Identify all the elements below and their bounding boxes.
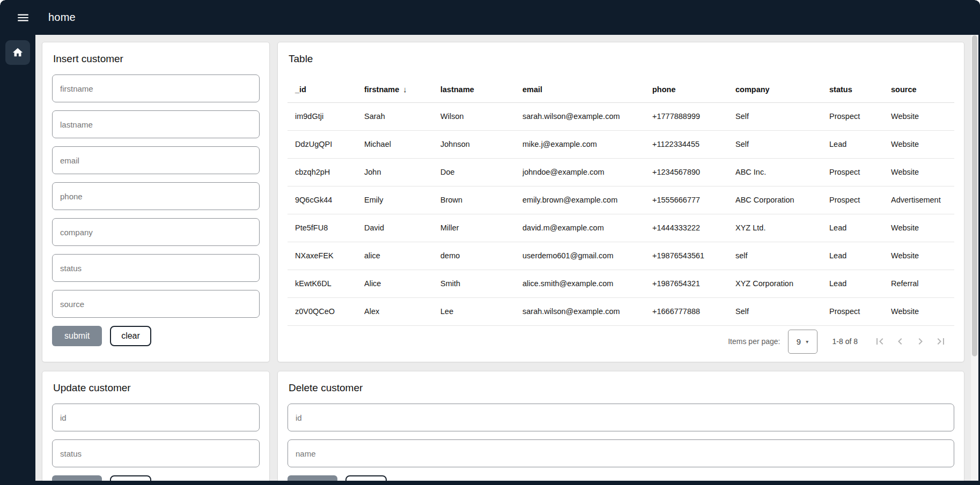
sidebar — [0, 35, 35, 481]
column-header-label: lastname — [440, 85, 474, 94]
first-page-button[interactable] — [870, 331, 890, 352]
table-cell: userdemo601@gmail.com — [522, 251, 652, 260]
insert-status-input[interactable] — [52, 254, 260, 282]
page-title: home — [48, 11, 76, 24]
table-cell: Prospect — [829, 307, 891, 316]
table-cell: alice.smith@example.com — [522, 279, 652, 288]
update-status-input[interactable] — [52, 439, 260, 467]
delete-fields — [288, 404, 954, 467]
table-cell: Smith — [440, 279, 522, 288]
table-cell: Wilson — [440, 112, 522, 121]
insert-card-title: Insert customer — [53, 53, 260, 65]
previous-page-button[interactable] — [890, 331, 910, 352]
column-header-phone[interactable]: phone — [652, 85, 735, 94]
table-cell: Self — [735, 307, 829, 316]
table-cell: Sarah — [364, 112, 440, 121]
table-cell: XYZ Ltd. — [735, 223, 829, 232]
table-header-row: _idfirstname↓lastnameemailphonecompanyst… — [288, 77, 954, 103]
table-cell: Prospect — [829, 196, 891, 204]
top-app-bar: home — [0, 0, 980, 35]
column-header-source[interactable]: source — [891, 85, 947, 94]
table-cell: Lead — [829, 140, 891, 148]
table-card-title: Table — [289, 53, 954, 65]
items-per-page-label: Items per page: — [728, 337, 780, 346]
table-cell: DdzUgQPI — [295, 140, 364, 148]
insert-lastname-input[interactable] — [52, 110, 260, 138]
column-header-lastname[interactable]: lastname — [440, 85, 522, 94]
column-header-label: firstname — [364, 85, 399, 94]
insert-customer-card: Insert customer submit clear — [42, 42, 270, 362]
update-id-input[interactable] — [52, 404, 260, 431]
paginator-range-label: 1-8 of 8 — [832, 337, 858, 346]
sort-descending-arrow-icon: ↓ — [403, 85, 407, 94]
table-cell: im9dGtji — [295, 112, 364, 121]
table-cell: Brown — [440, 196, 522, 204]
table-cell: Website — [891, 140, 947, 148]
table-cell: sarah.wilson@example.com — [522, 112, 652, 121]
menu-button[interactable] — [11, 5, 35, 30]
column-header-email[interactable]: email — [522, 85, 652, 94]
table-row: cbzqh2pHJohnDoejohndoe@example.com+12345… — [288, 159, 954, 186]
table-cell: Website — [891, 251, 947, 260]
insert-source-input[interactable] — [52, 290, 260, 318]
table-row: NXaxeFEKalicedemouserdemo601@gmail.com+1… — [288, 242, 954, 270]
column-header-firstname[interactable]: firstname↓ — [364, 85, 440, 94]
table-cell: +1777888999 — [652, 112, 735, 121]
column-header-id[interactable]: _id — [295, 85, 364, 94]
table-row: Pte5fFU8DavidMillerdavid.m@example.com+1… — [288, 214, 954, 242]
column-header-label: _id — [295, 85, 306, 94]
main-content: Insert customer submit clear Table _idfi… — [35, 35, 971, 485]
column-header-status[interactable]: status — [829, 85, 891, 94]
delete-id-input[interactable] — [288, 404, 954, 431]
app-window: home Insert customer submit clear Table … — [0, 0, 980, 485]
table-cell: Lead — [829, 251, 891, 260]
chevron-right-icon — [914, 335, 927, 348]
table-cell: +1666777888 — [652, 307, 735, 316]
table-cell: +1555666777 — [652, 196, 735, 204]
delete-card-title: Delete customer — [289, 382, 954, 394]
column-header-label: phone — [652, 85, 676, 94]
home-icon — [12, 47, 24, 58]
page-size-select[interactable]: 9 ▾ — [788, 330, 817, 354]
table-cell: 9Q6cGk44 — [295, 196, 364, 204]
table-row: DdzUgQPIMichaelJohnsonmike.j@example.com… — [288, 131, 954, 159]
table-cell: Website — [891, 223, 947, 232]
next-page-button[interactable] — [910, 331, 931, 352]
table-cell: david.m@example.com — [522, 223, 652, 232]
table-cell: alice — [364, 251, 440, 260]
insert-clear-button[interactable]: clear — [110, 326, 151, 346]
page-size-value: 9 — [797, 337, 801, 346]
table-cell: NXaxeFEK — [295, 251, 364, 260]
table-cell: +1122334455 — [652, 140, 735, 148]
table-cell: +1444333222 — [652, 223, 735, 232]
column-header-company[interactable]: company — [735, 85, 829, 94]
column-header-label: source — [891, 85, 917, 94]
insert-firstname-input[interactable] — [52, 74, 260, 102]
insert-email-input[interactable] — [52, 146, 260, 174]
sidebar-item-home[interactable] — [5, 40, 30, 65]
column-header-label: email — [522, 85, 542, 94]
insert-phone-input[interactable] — [52, 182, 260, 210]
paginator-nav — [870, 331, 951, 352]
table-cell: Pte5fFU8 — [295, 223, 364, 232]
table-cell: Self — [735, 112, 829, 121]
hamburger-menu-icon — [16, 11, 30, 25]
table-cell: XYZ Corporation — [735, 279, 829, 288]
delete-name-input[interactable] — [288, 439, 954, 467]
table-body: im9dGtjiSarahWilsonsarah.wilson@example.… — [288, 103, 954, 326]
table-cell: Alex — [364, 307, 440, 316]
table-cell: mike.j@example.com — [522, 140, 652, 148]
update-card-title: Update customer — [53, 382, 260, 394]
table-cell: +1987654321 — [652, 279, 735, 288]
table-cell: Website — [891, 307, 947, 316]
table-cell: David — [364, 223, 440, 232]
table-cell: Michael — [364, 140, 440, 148]
last-page-button[interactable] — [931, 331, 951, 352]
vertical-scrollbar-thumb[interactable] — [972, 35, 977, 356]
paginator: Items per page: 9 ▾ 1-8 of 8 — [288, 326, 954, 357]
table-row: kEwtK6DLAliceSmithalice.smith@example.co… — [288, 270, 954, 298]
insert-fields — [52, 74, 260, 318]
table-cell: kEwtK6DL — [295, 279, 364, 288]
insert-company-input[interactable] — [52, 218, 260, 246]
insert-submit-button[interactable]: submit — [52, 326, 102, 346]
